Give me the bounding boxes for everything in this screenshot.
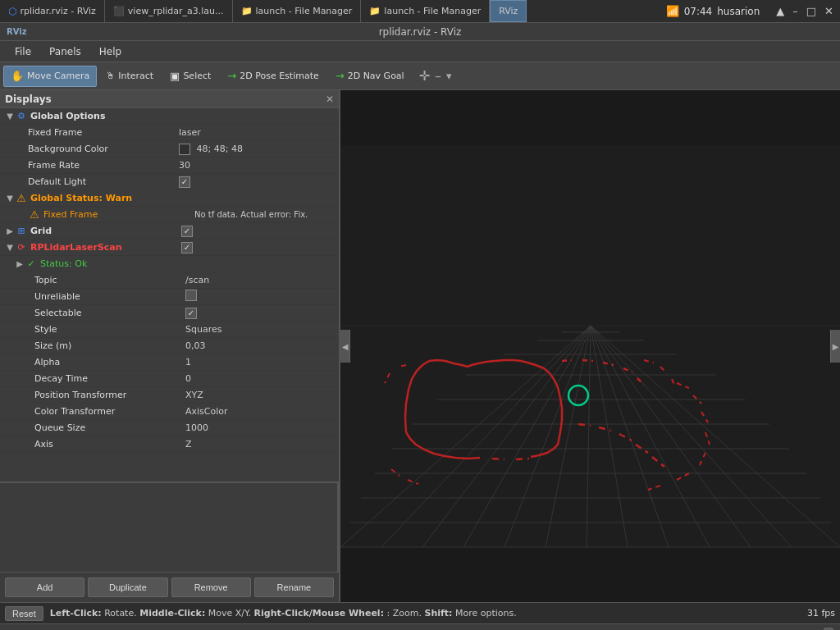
- default-light-checkbox[interactable]: [179, 176, 190, 188]
- rplidar-expander[interactable]: ▼: [5, 243, 15, 252]
- window-controls: 📶 07:44 husarion ▲ – □ ✕: [658, 5, 840, 17]
- color-transformer-value[interactable]: AxisColor: [182, 406, 337, 417]
- fixed-frame-row[interactable]: Fixed Frame laser: [0, 125, 339, 141]
- bg-color-value: 48; 48; 48: [176, 144, 337, 155]
- shift-bold: Shift:: [424, 608, 452, 619]
- alpha-value[interactable]: 1: [182, 357, 337, 368]
- decay-label: Decay Time: [34, 373, 182, 384]
- axis-row[interactable]: Axis Z: [0, 436, 339, 453]
- 2d-pose-button[interactable]: → 2D Pose Estimate: [220, 66, 326, 87]
- select-button[interactable]: ▣ Select: [162, 66, 218, 87]
- rplidar-icon: ⟳: [15, 241, 28, 254]
- grid-expander[interactable]: ▶: [5, 226, 15, 235]
- style-row[interactable]: Style Squares: [0, 322, 339, 338]
- pos-transformer-value[interactable]: XYZ: [182, 390, 337, 400]
- tab-launch2[interactable]: 📁 launch - File Manager: [361, 0, 490, 22]
- decay-value[interactable]: 0: [182, 373, 337, 384]
- global-options-expander[interactable]: ▼: [5, 112, 15, 121]
- gs-fixed-frame-row[interactable]: ⚠ Fixed Frame No tf data. Actual error: …: [0, 207, 339, 223]
- tab-rviz[interactable]: ⬡ rplidar.rviz - RViz: [0, 0, 105, 22]
- fixed-frame-value[interactable]: laser: [176, 127, 337, 138]
- 2d-nav-label: 2D Nav Goal: [348, 71, 404, 81]
- grid-checkbox[interactable]: [181, 226, 193, 237]
- selectable-checkbox[interactable]: [185, 308, 197, 319]
- global-status-label: Global Status: Warn: [30, 193, 178, 203]
- queue-size-value[interactable]: 1000: [182, 422, 337, 433]
- grid-row[interactable]: ▶ ⊞ Grid: [0, 223, 339, 240]
- menu-panels[interactable]: Panels: [41, 44, 89, 59]
- tab-rviz-label: rplidar.rviz - RViz: [20, 6, 95, 16]
- alpha-row[interactable]: Alpha 1: [0, 354, 339, 371]
- reset-button[interactable]: Reset: [5, 606, 43, 621]
- topic-value[interactable]: /scan: [182, 275, 337, 285]
- duplicate-button[interactable]: Duplicate: [88, 578, 167, 597]
- unreliable-row[interactable]: Unreliable: [0, 289, 339, 305]
- interact-label: Interact: [118, 71, 153, 81]
- add-button[interactable]: Add: [5, 578, 84, 597]
- tab-view[interactable]: ⬛ view_rplidar_a3.lau...: [105, 0, 233, 22]
- statusbar: Reset Left-Click: Rotate. Middle-Click: …: [0, 602, 840, 623]
- topic-label: Topic: [34, 275, 182, 285]
- status-expander[interactable]: ▶: [15, 259, 25, 268]
- size-value[interactable]: 0,03: [182, 340, 337, 351]
- rplidar-status-label: Status: Ok: [40, 258, 188, 269]
- menu-help[interactable]: Help: [91, 44, 130, 59]
- global-status-row[interactable]: ▼ ⚠ Global Status: Warn: [0, 190, 339, 207]
- decay-time-row[interactable]: Decay Time 0: [0, 371, 339, 387]
- add-tool-icon[interactable]: ✛: [417, 68, 432, 84]
- rplidar-checkbox[interactable]: [181, 242, 193, 253]
- remove-button[interactable]: Remove: [171, 578, 251, 597]
- move-camera-label: Move Camera: [27, 71, 89, 81]
- expand-viewport-button[interactable]: ▶: [830, 330, 840, 363]
- interact-icon: 🖱: [106, 71, 115, 81]
- style-value[interactable]: Squares: [182, 324, 337, 335]
- background-color-row[interactable]: Background Color 48; 48; 48: [0, 141, 339, 158]
- toolbar-extras: ✛ – ▾: [417, 68, 454, 84]
- pos-transformer-label: Position Transformer: [34, 390, 182, 400]
- tab-rviz2-label: RViz: [499, 6, 518, 16]
- axis-label: Axis: [34, 439, 182, 450]
- collapse-viewport-button[interactable]: ◀: [340, 330, 350, 363]
- dropdown-icon[interactable]: ▾: [444, 70, 454, 82]
- global-options-row[interactable]: ▼ ⚙ Global Options: [0, 108, 339, 125]
- right-click-action: : Zoom.: [387, 608, 425, 619]
- viewport[interactable]: ◀ ▶: [340, 90, 840, 602]
- pos-transformer-row[interactable]: Position Transformer XYZ: [0, 387, 339, 404]
- size-row[interactable]: Size (m) 0,03: [0, 338, 339, 354]
- win-btn-close[interactable]: ✕: [824, 5, 833, 17]
- unreliable-checkbox[interactable]: [185, 290, 197, 301]
- shift-action: More options.: [455, 608, 517, 619]
- frame-rate-label: Frame Rate: [28, 160, 176, 171]
- win-btn-min[interactable]: –: [792, 5, 798, 17]
- rename-button[interactable]: Rename: [254, 578, 334, 597]
- menu-file[interactable]: File: [7, 44, 39, 59]
- tab-rviz2[interactable]: RViz: [490, 0, 527, 22]
- rplidar-status-row[interactable]: ▶ ✓ Status: Ok: [0, 256, 339, 272]
- tree-panel[interactable]: ▼ ⚙ Global Options Fixed Frame laser Bac…: [0, 108, 339, 482]
- tab-launch2-label: launch - File Manager: [384, 6, 481, 16]
- tab-launch1[interactable]: 📁 launch - File Manager: [233, 0, 362, 22]
- win-btn-minimize[interactable]: ▲: [776, 5, 784, 17]
- frame-rate-row[interactable]: Frame Rate 30: [0, 158, 339, 174]
- rplidar-scan-row[interactable]: ▼ ⟳ RPLidarLaserScan: [0, 240, 339, 256]
- color-transformer-row[interactable]: Color Transformer AxisColor: [0, 404, 339, 420]
- queue-size-row[interactable]: Queue Size 1000: [0, 420, 339, 436]
- window-title-bar: RViz rplidar.rviz - RViz: [0, 23, 840, 41]
- global-options-icon: ⚙: [15, 110, 28, 123]
- topic-row[interactable]: Topic /scan: [0, 272, 339, 289]
- 2d-nav-button[interactable]: → 2D Nav Goal: [328, 66, 412, 87]
- rviz-logo-small: RViz: [7, 27, 27, 36]
- win-btn-max[interactable]: □: [806, 5, 816, 17]
- grid-icon: ⊞: [15, 225, 28, 238]
- displays-title: Displays: [5, 94, 52, 105]
- default-light-row[interactable]: Default Light: [0, 174, 339, 190]
- global-status-expander[interactable]: ▼: [5, 194, 15, 203]
- selectable-row[interactable]: Selectable: [0, 305, 339, 322]
- axis-value[interactable]: Z: [182, 439, 337, 450]
- global-options-label: Global Options: [30, 111, 178, 121]
- move-camera-button[interactable]: ✋ Move Camera: [3, 66, 97, 87]
- interact-button[interactable]: 🖱 Interact: [98, 66, 161, 87]
- displays-close-button[interactable]: ✕: [326, 94, 334, 105]
- tab-launch2-icon: 📁: [369, 6, 381, 16]
- select-label: Select: [183, 71, 211, 81]
